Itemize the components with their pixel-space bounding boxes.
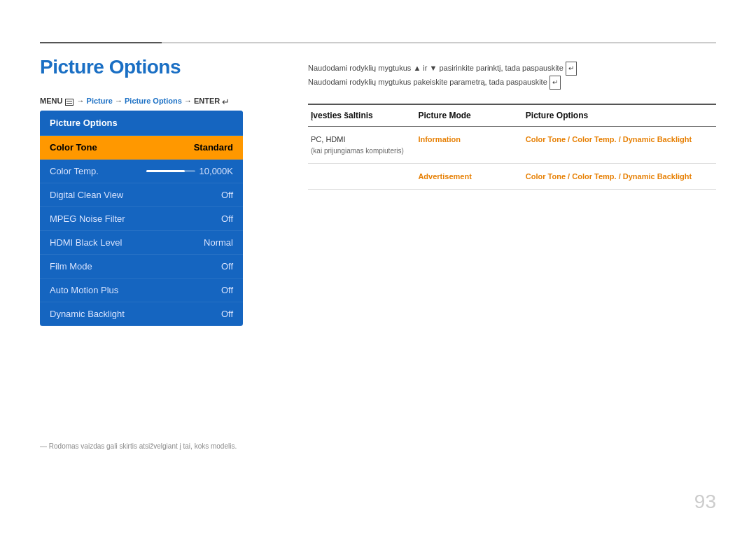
menu-label: MENU [40, 97, 62, 105]
table-container: Įvesties šaltinis Picture Mode Picture O… [308, 104, 716, 190]
color-tone-value: Standard [194, 142, 233, 153]
panel-item-digital-clean-view[interactable]: Digital Clean View Off [40, 183, 243, 207]
menu-picture: Picture [87, 97, 113, 105]
color-temp-value: 10,000K [200, 166, 233, 176]
mpeg-noise-value: Off [221, 213, 233, 224]
row2-options-value: Color Tone / Color Temp. / Dynamic Backl… [526, 172, 692, 181]
table-row: Advertisement Color Tone / Color Temp. /… [308, 164, 716, 190]
panel-item-hdmi-black[interactable]: HDMI Black Level Normal [40, 231, 243, 255]
digital-clean-view-label: Digital Clean View [50, 190, 123, 200]
menu-picture-options: Picture Options [125, 97, 182, 105]
row1-mode-value: Information [418, 135, 461, 143]
col-head-source: Įvesties šaltinis [308, 109, 415, 122]
row2-mode: Advertisement [415, 169, 522, 184]
row1-mode: Information [415, 132, 522, 147]
menu-enter: ENTER [194, 97, 220, 105]
table-header: Įvesties šaltinis Picture Mode Picture O… [308, 104, 716, 127]
col-head-mode: Picture Mode [415, 109, 522, 122]
dynamic-backlight-label: Dynamic Backlight [50, 309, 125, 319]
footer-note: Rodomas vaizdas gali skirtis atsižvelgia… [40, 442, 237, 450]
color-tone-label: Color Tone [50, 142, 97, 153]
menu-path: MENU → Picture → Picture Options → ENTER… [40, 97, 230, 107]
menu-arrow1: → [77, 97, 87, 105]
mpeg-noise-label: MPEG Noise Filter [50, 213, 125, 224]
row1-source: PC, HDMI (kai prijungiamas kompiuteris) [308, 132, 415, 157]
row1-source-sub: (kai prijungiamas kompiuteris) [311, 146, 412, 156]
film-mode-value: Off [221, 261, 233, 272]
panel-item-dynamic-backlight[interactable]: Dynamic Backlight Off [40, 302, 243, 326]
instruction-line1: Naudodami rodyklių mygtukus ▲ ir ▼ pasir… [308, 62, 716, 76]
menu-icon [65, 99, 74, 106]
row1-options: Color Tone / Color Temp. / Dynamic Backl… [523, 132, 716, 147]
panel-item-color-tone[interactable]: Color Tone Standard [40, 136, 243, 160]
row2-mode-value: Advertisement [418, 172, 471, 181]
row2-options: Color Tone / Color Temp. / Dynamic Backl… [523, 169, 716, 184]
panel-header: Picture Options [40, 111, 243, 136]
hdmi-black-value: Normal [204, 237, 233, 248]
table-row: PC, HDMI (kai prijungiamas kompiuteris) … [308, 127, 716, 164]
color-temp-bar: 10,000K [146, 166, 233, 176]
enter-icon: ↵ [222, 97, 230, 107]
page-title: Picture Options [40, 56, 181, 78]
instruction-line2: Naudodami rodyklių mygtukus pakeiskite p… [308, 76, 716, 90]
panel-item-mpeg-noise[interactable]: MPEG Noise Filter Off [40, 207, 243, 231]
instructions: Naudodami rodyklių mygtukus ▲ ir ▼ pasir… [308, 62, 716, 90]
color-temp-label: Color Temp. [50, 166, 99, 176]
row2-source [308, 169, 415, 172]
row1-options-value: Color Tone / Color Temp. / Dynamic Backl… [526, 135, 692, 143]
menu-arrow3: → [184, 97, 194, 105]
panel-item-color-temp[interactable]: Color Temp. 10,000K [40, 160, 243, 183]
temp-bar-fill [146, 170, 195, 172]
picture-options-panel: Picture Options Color Tone Standard Colo… [40, 111, 243, 326]
hdmi-black-label: HDMI Black Level [50, 237, 122, 248]
menu-arrow2: → [115, 97, 125, 105]
panel-item-film-mode[interactable]: Film Mode Off [40, 255, 243, 279]
digital-clean-view-value: Off [221, 190, 233, 200]
top-line [40, 42, 716, 43]
film-mode-label: Film Mode [50, 261, 92, 272]
col-head-options: Picture Options [523, 109, 716, 122]
page-number: 93 [694, 491, 716, 513]
auto-motion-label: Auto Motion Plus [50, 285, 118, 295]
row1-source-name: PC, HDMI [311, 134, 412, 146]
auto-motion-value: Off [221, 285, 233, 295]
dynamic-backlight-value: Off [221, 309, 233, 319]
panel-item-auto-motion[interactable]: Auto Motion Plus Off [40, 279, 243, 302]
